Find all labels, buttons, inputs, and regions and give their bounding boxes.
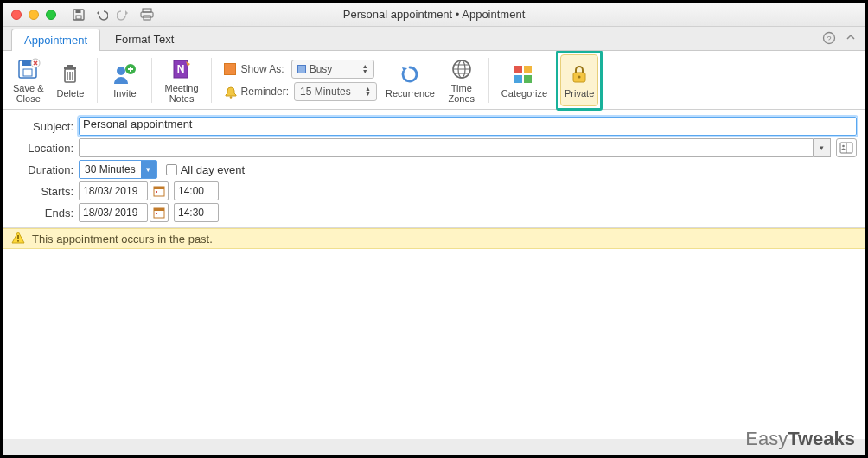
all-day-label: All day event [181, 163, 245, 176]
svg-point-15 [117, 67, 125, 75]
zoom-window-icon[interactable] [46, 10, 56, 20]
starts-label: Starts: [11, 185, 73, 198]
invite-label: Invite [113, 88, 136, 99]
svg-rect-9 [22, 60, 31, 66]
svg-rect-35 [154, 208, 164, 211]
minimize-window-icon[interactable] [29, 10, 39, 20]
ends-time-value: 14:30 [178, 207, 204, 219]
save-icon[interactable] [72, 8, 86, 22]
reminder-icon [224, 86, 236, 98]
watermark: EasyTweaks [745, 428, 855, 450]
delete-button[interactable]: Delete [52, 54, 88, 106]
starts-date-input[interactable]: 18/03/ 2019 [79, 181, 148, 200]
location-label: Location: [11, 142, 73, 155]
reminder-combo[interactable]: 15 Minutes ▲▼ [294, 82, 377, 101]
show-as-label: Show As: [241, 63, 284, 75]
svg-point-28 [578, 75, 581, 78]
window-controls [11, 10, 56, 20]
meeting-notes-label: Meeting Notes [164, 83, 198, 104]
svg-rect-26 [524, 75, 532, 83]
location-input[interactable] [79, 138, 814, 157]
svg-rect-36 [156, 213, 157, 214]
tab-format-text[interactable]: Format Text [102, 28, 187, 50]
warning-bar: This appointment occurs in the past. [3, 228, 865, 249]
svg-rect-38 [17, 240, 19, 242]
svg-rect-24 [524, 66, 532, 73]
categorize-button[interactable]: Categorize [498, 54, 551, 106]
address-book-button[interactable] [836, 138, 857, 157]
starts-date-picker-button[interactable] [150, 181, 169, 200]
ribbon: Save & Close Delete Invite N Meeting Not… [3, 51, 865, 110]
ends-date-picker-button[interactable] [150, 203, 169, 222]
meeting-notes-button[interactable]: N Meeting Notes [161, 54, 201, 106]
show-as-icon [224, 63, 236, 75]
undo-icon[interactable] [94, 8, 108, 22]
ends-date-value: 18/03/ 2019 [83, 207, 137, 219]
categorize-label: Categorize [501, 88, 547, 99]
save-close-button[interactable]: Save & Close [10, 54, 47, 106]
svg-rect-25 [514, 75, 522, 83]
svg-point-30 [842, 145, 845, 148]
recurrence-button[interactable]: Recurrence [382, 54, 438, 106]
svg-rect-2 [76, 16, 81, 19]
warning-icon [11, 231, 25, 247]
ends-time-input[interactable]: 14:30 [174, 203, 219, 222]
duration-combo[interactable]: 30 Minutes ▾ [79, 160, 157, 179]
options-group: Show As: Busy ▲▼ Reminder: 15 Minutes ▲▼ [224, 60, 377, 101]
location-dropdown-button[interactable]: ▾ [814, 138, 831, 157]
svg-rect-13 [64, 67, 76, 69]
private-highlight: Private [556, 50, 603, 111]
starts-date-value: 18/03/ 2019 [83, 185, 137, 197]
svg-rect-33 [156, 191, 157, 193]
print-icon[interactable] [139, 8, 155, 22]
time-zones-label: Time Zones [449, 83, 475, 104]
subject-value: Personal appointment [83, 118, 192, 130]
watermark-a: Easy [745, 428, 788, 449]
collapse-ribbon-icon[interactable] [845, 31, 857, 48]
show-as-value: Busy [310, 63, 333, 75]
private-button[interactable]: Private [560, 54, 598, 106]
reminder-value: 15 Minutes [300, 86, 351, 98]
duration-value: 30 Minutes [85, 163, 136, 175]
show-as-combo[interactable]: Busy ▲▼ [291, 60, 374, 79]
save-close-label: Save & Close [13, 83, 43, 104]
subject-input[interactable]: Personal appointment [79, 117, 857, 136]
recurrence-label: Recurrence [386, 88, 435, 99]
time-zones-button[interactable]: Time Zones [444, 54, 480, 106]
help-icon[interactable]: ? [822, 31, 836, 48]
close-window-icon[interactable] [11, 10, 22, 20]
redo-icon[interactable] [117, 8, 131, 22]
invite-button[interactable]: Invite [106, 54, 143, 106]
appointment-body[interactable] [3, 249, 865, 439]
reminder-label: Reminder: [241, 86, 289, 98]
starts-time-value: 14:00 [178, 185, 204, 197]
appointment-form: Subject: Personal appointment Location: … [3, 110, 865, 228]
svg-text:N: N [177, 63, 185, 75]
svg-rect-32 [154, 187, 164, 189]
ends-label: Ends: [11, 207, 73, 219]
svg-rect-14 [67, 65, 73, 67]
titlebar: Personal appointment • Appointment [3, 3, 865, 27]
ends-date-input[interactable]: 18/03/ 2019 [79, 203, 148, 222]
quick-access-toolbar [72, 8, 155, 22]
starts-time-input[interactable]: 14:00 [174, 181, 219, 200]
svg-rect-3 [143, 9, 151, 12]
watermark-b: Tweaks [788, 428, 855, 449]
svg-rect-23 [514, 66, 522, 73]
svg-point-20 [229, 96, 232, 99]
duration-label: Duration: [11, 163, 73, 176]
svg-rect-4 [141, 12, 153, 17]
svg-text:?: ? [827, 35, 831, 43]
svg-rect-37 [17, 235, 19, 239]
private-label: Private [565, 88, 594, 99]
ribbon-tabs: Appointment Format Text ? [3, 27, 865, 51]
tab-appointment[interactable]: Appointment [11, 29, 100, 51]
all-day-checkbox[interactable] [166, 164, 177, 175]
warning-text: This appointment occurs in the past. [32, 232, 213, 245]
subject-label: Subject: [11, 120, 73, 133]
delete-label: Delete [57, 88, 85, 99]
svg-rect-1 [76, 10, 81, 13]
